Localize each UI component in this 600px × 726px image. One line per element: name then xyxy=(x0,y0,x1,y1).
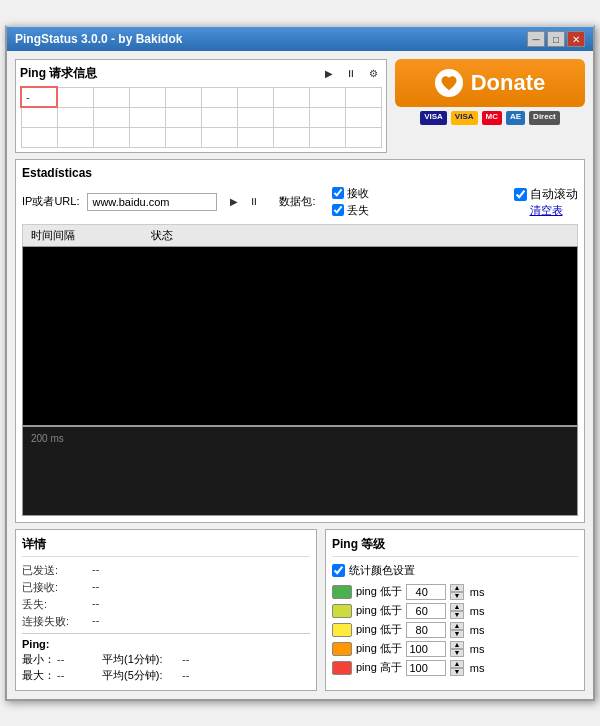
visa2-logo: VISA xyxy=(451,111,478,125)
stats-play-pause: ▶ ⏸ xyxy=(225,193,263,211)
ping-cell xyxy=(201,127,237,147)
ping-cell xyxy=(309,87,345,107)
donate-button[interactable]: Donate xyxy=(395,59,585,107)
ping-cell-active: - xyxy=(21,87,57,107)
table-row xyxy=(21,127,382,147)
maximize-button[interactable]: □ xyxy=(547,31,565,47)
level-label-3: ping 低于 xyxy=(356,641,402,656)
chart-label: 200 ms xyxy=(31,433,64,444)
ping-cell xyxy=(237,127,273,147)
visa-logo: VISA xyxy=(420,111,447,125)
receive-checkbox-row: 接收 xyxy=(332,186,369,201)
payment-logos: VISA VISA MC AE Direct xyxy=(420,111,560,125)
ping-cell xyxy=(165,87,201,107)
spin-up-3[interactable]: ▲ xyxy=(450,641,464,649)
ip-label: IP或者URL: xyxy=(22,194,79,209)
level-spinner-0: ▲ ▼ xyxy=(450,584,464,600)
level-spinner-4: ▲ ▼ xyxy=(450,660,464,676)
ping-cell xyxy=(237,107,273,127)
close-button[interactable]: ✕ xyxy=(567,31,585,47)
ping-level-item: ping 低于 ▲ ▼ ms xyxy=(332,641,578,657)
details-title: 详情 xyxy=(22,536,310,557)
stats-pause-button[interactable]: ⏸ xyxy=(245,193,263,211)
spin-up-2[interactable]: ▲ xyxy=(450,622,464,630)
spin-down-0[interactable]: ▼ xyxy=(450,592,464,600)
received-row: 已接收: -- xyxy=(22,580,310,595)
window-title: PingStatus 3.0.0 - by Bakidok xyxy=(15,32,182,46)
donate-icon xyxy=(435,69,463,97)
ping-cell xyxy=(345,87,381,107)
clear-table-button[interactable]: 清空表 xyxy=(514,203,578,218)
ping-cell xyxy=(309,107,345,127)
stats-color-label: 统计颜色设置 xyxy=(349,563,415,578)
settings-button[interactable]: ⚙ xyxy=(364,64,382,82)
packet-checkboxes: 接收 丢失 xyxy=(332,186,369,218)
conn-fail-row: 连接失败: -- xyxy=(22,614,310,629)
ping-cell xyxy=(21,127,57,147)
lose-checkbox[interactable] xyxy=(332,204,344,216)
avg5-value: -- xyxy=(182,669,189,681)
conn-fail-label: 连接失败: xyxy=(22,614,92,629)
spin-down-4[interactable]: ▼ xyxy=(450,668,464,676)
amex-logo: AE xyxy=(506,111,525,125)
spin-down-1[interactable]: ▼ xyxy=(450,611,464,619)
ping-level-rows: ping 低于 ▲ ▼ ms ping 低于 ▲ ▼ ms ping 低于 ▲ … xyxy=(332,584,578,676)
stats-color-row: 统计颜色设置 xyxy=(332,563,578,578)
stats-play-button[interactable]: ▶ xyxy=(225,193,243,211)
estadisticas-title: Estadísticas xyxy=(22,166,578,180)
spin-down-3[interactable]: ▼ xyxy=(450,649,464,657)
ping-cell xyxy=(57,127,93,147)
ping-cell xyxy=(201,107,237,127)
level-value-input-4[interactable] xyxy=(406,660,446,676)
auto-scroll-row: 自动滚动 xyxy=(514,186,578,203)
level-value-input-1[interactable] xyxy=(406,603,446,619)
bottom-section: 详情 已发送: -- 已接收: -- 丢失: -- 连接失败: -- xyxy=(15,529,585,691)
level-unit-3: ms xyxy=(470,643,485,655)
level-spinner-3: ▲ ▼ xyxy=(450,641,464,657)
avg5-label: 平均(5分钟): xyxy=(102,668,182,683)
received-label: 已接收: xyxy=(22,580,92,595)
title-bar-buttons: ─ □ ✕ xyxy=(527,31,585,47)
data-label: 数据包: xyxy=(279,194,315,209)
play-button[interactable]: ▶ xyxy=(320,64,338,82)
minimize-button[interactable]: ─ xyxy=(527,31,545,47)
ping-title: Ping: xyxy=(22,638,310,650)
spin-up-1[interactable]: ▲ xyxy=(450,603,464,611)
ping-table: - xyxy=(20,86,382,148)
ping-request-title: Ping 请求信息 xyxy=(20,65,97,82)
donate-box: Donate VISA VISA MC AE Direct xyxy=(395,59,585,153)
ip-input[interactable] xyxy=(87,193,217,211)
col-status-header: 状态 xyxy=(143,225,577,246)
details-box: 详情 已发送: -- 已接收: -- 丢失: -- 连接失败: -- xyxy=(15,529,317,691)
sent-label: 已发送: xyxy=(22,563,92,578)
pause-button[interactable]: ⏸ xyxy=(342,64,360,82)
ping-level-title: Ping 等级 xyxy=(332,536,578,557)
ping-cell xyxy=(345,127,381,147)
data-display-area xyxy=(22,246,578,426)
level-value-input-0[interactable] xyxy=(406,584,446,600)
min-row: 最小： -- 平均(1分钟): -- xyxy=(22,652,310,667)
level-value-input-2[interactable] xyxy=(406,622,446,638)
received-value: -- xyxy=(92,580,99,595)
receive-checkbox[interactable] xyxy=(332,187,344,199)
spin-down-2[interactable]: ▼ xyxy=(450,630,464,638)
level-label-2: ping 低于 xyxy=(356,622,402,637)
spin-up-0[interactable]: ▲ xyxy=(450,584,464,592)
spin-up-4[interactable]: ▲ xyxy=(450,660,464,668)
auto-scroll-label: 自动滚动 xyxy=(530,186,578,203)
level-value-input-3[interactable] xyxy=(406,641,446,657)
avg1-label: 平均(1分钟): xyxy=(102,652,182,667)
table-row: - xyxy=(21,87,382,107)
ping-level-item: ping 低于 ▲ ▼ ms xyxy=(332,622,578,638)
ping-cell xyxy=(57,107,93,127)
ping-cell xyxy=(309,127,345,147)
estadisticas-box: Estadísticas IP或者URL: ▶ ⏸ 数据包: 接收 xyxy=(15,159,585,523)
stats-color-checkbox[interactable] xyxy=(332,564,345,577)
donate-label: Donate xyxy=(471,70,546,96)
conn-fail-value: -- xyxy=(92,614,99,629)
auto-scroll-checkbox[interactable] xyxy=(514,188,527,201)
avg1-value: -- xyxy=(182,653,189,665)
min-value: -- xyxy=(57,653,82,665)
direct-logo: Direct xyxy=(529,111,560,125)
level-label-1: ping 低于 xyxy=(356,603,402,618)
